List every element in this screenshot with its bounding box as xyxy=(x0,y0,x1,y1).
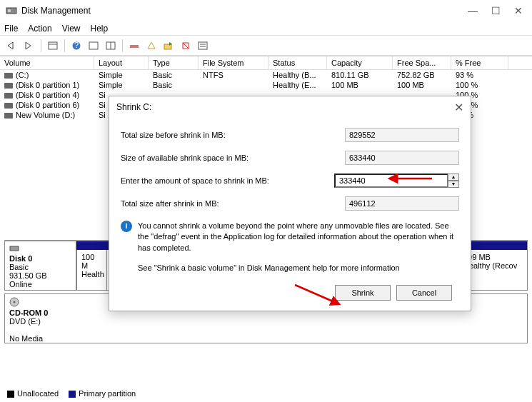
table-header: Volume Layout Type File System Status Ca… xyxy=(0,56,532,70)
svg-marker-12 xyxy=(148,42,155,49)
svg-rect-4 xyxy=(49,42,57,49)
table-row[interactable]: (C:)SimpleBasicNTFSHealthy (B...810.11 G… xyxy=(0,70,532,80)
total-after-label: Total size after shrink in MB: xyxy=(121,199,345,208)
svg-line-16 xyxy=(183,43,189,49)
col-type[interactable]: Type xyxy=(149,56,199,69)
menu-help[interactable]: Help xyxy=(91,24,109,34)
col-layout[interactable]: Layout xyxy=(94,56,149,69)
annotation-arrow-1 xyxy=(393,174,436,185)
col-pct[interactable]: % Free xyxy=(451,56,508,69)
shrink-dialog: Shrink C: ✕ Total size before shrink in … xyxy=(109,96,471,311)
svg-text:?: ? xyxy=(74,41,79,49)
svg-rect-11 xyxy=(130,45,139,48)
total-after-value: 496112 xyxy=(345,196,459,211)
col-capacity[interactable]: Capacity xyxy=(327,56,393,69)
menu-view[interactable]: View xyxy=(62,24,81,34)
cancel-button[interactable]: Cancel xyxy=(396,285,452,301)
menu-file[interactable]: File xyxy=(4,24,18,34)
amount-spinner[interactable]: ▲▼ xyxy=(448,174,459,188)
dialog-close-icon[interactable]: ✕ xyxy=(454,101,463,114)
partition-1[interactable]: 100 M Health xyxy=(76,250,106,290)
avail-label: Size of available shrink space in MB: xyxy=(121,154,345,162)
svg-point-22 xyxy=(14,301,16,303)
table-row[interactable]: (Disk 0 partition 1)SimpleBasicHealthy (… xyxy=(0,80,532,90)
svg-marker-2 xyxy=(8,42,13,49)
avail-value: 633440 xyxy=(345,151,459,165)
svg-rect-17 xyxy=(199,42,207,49)
col-free[interactable]: Free Spa... xyxy=(393,56,451,69)
col-volume[interactable]: Volume xyxy=(0,56,94,69)
col-fs[interactable]: File System xyxy=(199,56,268,69)
toolbar-icon-2[interactable] xyxy=(86,38,101,54)
toolbar-icon-6[interactable] xyxy=(161,38,176,54)
toolbar-icon-7[interactable] xyxy=(178,38,194,54)
disk-0-label[interactable]: Disk 0 Basic 931.50 GB Online xyxy=(5,241,76,290)
svg-rect-1 xyxy=(8,9,11,12)
cdrom-icon xyxy=(9,300,19,308)
info-text: You cannot shrink a volume beyond the po… xyxy=(138,221,459,253)
total-before-value: 829552 xyxy=(345,128,459,142)
close-button[interactable]: ✕ xyxy=(513,5,523,16)
svg-marker-3 xyxy=(26,42,31,49)
menubar: File Action View Help xyxy=(0,21,532,36)
svg-line-26 xyxy=(295,285,333,301)
legend-unalloc: Unallocated xyxy=(17,389,59,398)
dialog-titlebar: Shrink C: ✕ xyxy=(109,96,471,118)
forward-icon[interactable] xyxy=(21,38,37,54)
shrink-button[interactable]: Shrink xyxy=(335,285,391,301)
window-title: Disk Management xyxy=(21,6,468,16)
legend-primary: Primary partition xyxy=(79,389,136,398)
back-icon[interactable] xyxy=(4,38,20,54)
toolbar-icon-1[interactable] xyxy=(45,38,61,54)
help-text: See "Shrink a basic volume" in Disk Mana… xyxy=(138,263,459,272)
annotation-arrow-2 xyxy=(291,281,341,308)
toolbar-icon-8[interactable] xyxy=(195,38,211,54)
toolbar: ? xyxy=(0,36,532,56)
help-icon[interactable]: ? xyxy=(69,38,84,54)
col-status[interactable]: Status xyxy=(268,56,327,69)
maximize-button[interactable]: ☐ xyxy=(491,5,501,16)
amount-label: Enter the amount of space to shrink in M… xyxy=(121,176,334,185)
info-icon: i xyxy=(121,221,132,232)
toolbar-icon-3[interactable] xyxy=(103,38,119,54)
cdrom-label[interactable]: CD-ROM 0 DVD (E:) No Media xyxy=(5,294,76,343)
minimize-button[interactable]: — xyxy=(468,5,478,16)
app-icon xyxy=(6,5,17,16)
svg-rect-8 xyxy=(89,42,98,49)
legend: Unallocated Primary partition xyxy=(7,389,136,398)
svg-rect-20 xyxy=(10,246,19,251)
toolbar-icon-4[interactable] xyxy=(126,38,142,54)
disk-icon xyxy=(9,246,19,254)
toolbar-icon-5[interactable] xyxy=(144,38,159,54)
titlebar: Disk Management — ☐ ✕ xyxy=(0,0,532,21)
menu-action[interactable]: Action xyxy=(28,24,51,34)
dialog-title: Shrink C: xyxy=(116,102,454,112)
total-before-label: Total size before shrink in MB: xyxy=(121,131,345,139)
